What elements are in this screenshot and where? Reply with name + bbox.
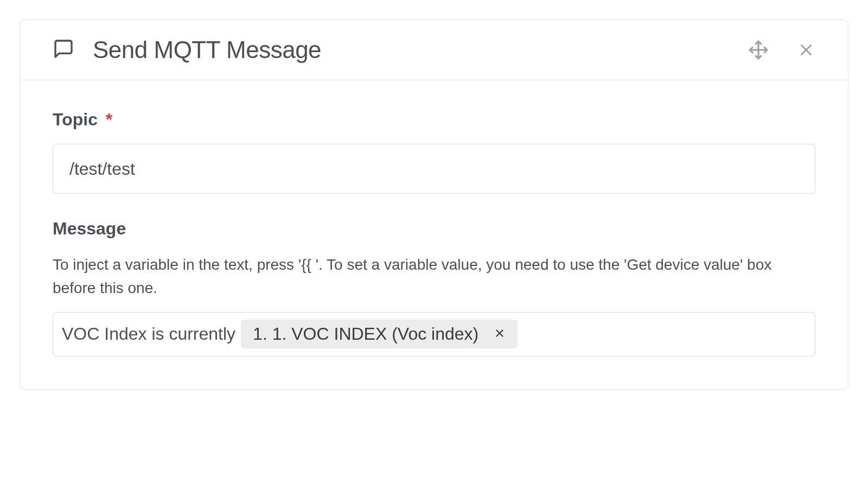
variable-chip-label: 1. 1. VOC INDEX (Voc index) — [253, 324, 478, 344]
variable-chip: 1. 1. VOC INDEX (Voc index) — [241, 320, 518, 348]
message-input[interactable]: VOC Index is currently 1. 1. VOC INDEX (… — [53, 312, 815, 357]
message-icon — [53, 38, 74, 62]
topic-field: Topic * — [53, 110, 815, 194]
mqtt-message-card: Send MQTT Message — [20, 20, 848, 390]
topic-input[interactable] — [53, 144, 815, 194]
close-icon[interactable] — [797, 41, 815, 59]
required-asterisk: * — [106, 110, 112, 129]
header-actions — [748, 40, 815, 60]
topic-label: Topic * — [53, 110, 815, 130]
message-prefix-text: VOC Index is currently — [61, 324, 235, 344]
message-field: Message To inject a variable in the text… — [53, 219, 815, 357]
move-icon[interactable] — [748, 40, 769, 60]
card-title: Send MQTT Message — [93, 36, 321, 63]
message-help-text: To inject a variable in the text, press … — [53, 253, 815, 300]
card-title-wrap: Send MQTT Message — [53, 36, 321, 63]
chip-close-icon[interactable] — [492, 326, 508, 343]
topic-label-text: Topic — [53, 110, 98, 129]
card-header: Send MQTT Message — [20, 20, 848, 80]
message-label: Message — [53, 219, 815, 239]
card-body: Topic * Message To inject a variable in … — [20, 80, 848, 389]
